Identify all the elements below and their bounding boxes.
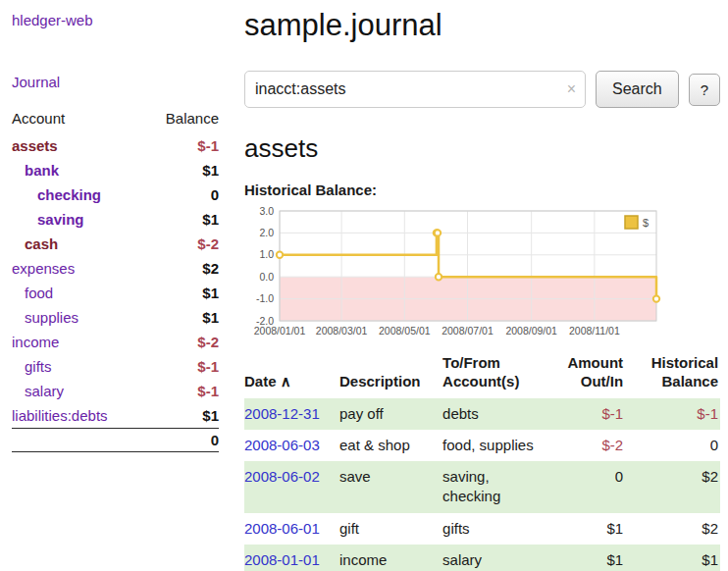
account-balance: $-2 bbox=[145, 232, 219, 256]
historical-balance-chart: 3.02.01.00.0-1.0-2.02008/01/012008/03/01… bbox=[244, 203, 672, 340]
register-row: 2008-06-02savesaving, checking0$2 bbox=[244, 461, 720, 513]
transaction-amount: $-2 bbox=[551, 430, 631, 461]
svg-text:-1.0: -1.0 bbox=[256, 292, 274, 304]
svg-text:1.0: 1.0 bbox=[259, 248, 274, 260]
clear-search-icon[interactable]: × bbox=[567, 81, 576, 97]
transaction-date-cell: 2008-06-01 bbox=[244, 513, 339, 545]
account-row: salary$-1 bbox=[12, 379, 219, 403]
account-link[interactable]: salary bbox=[25, 383, 64, 399]
transaction-date-cell: 2008-12-31 bbox=[244, 398, 339, 430]
register-row: 2008-06-03eat & shopfood, supplies$-20 bbox=[244, 430, 720, 461]
account-balance: $1 bbox=[145, 207, 219, 232]
accounts-table: Account Balance assets$-1bank$1checking0… bbox=[12, 106, 219, 452]
register-row: 2008-01-01incomesalary$1$1 bbox=[244, 545, 720, 571]
transaction-accounts: food, supplies bbox=[442, 430, 551, 461]
account-row: food$1 bbox=[12, 281, 219, 305]
transaction-balance: $1 bbox=[631, 545, 720, 571]
accounts-total-spacer bbox=[12, 429, 145, 452]
transaction-amount: 0 bbox=[551, 461, 631, 513]
accounts-header-row: Account Balance bbox=[12, 106, 219, 133]
account-row: gifts$-1 bbox=[12, 354, 219, 379]
account-row: bank$1 bbox=[12, 158, 219, 182]
account-balance: $-1 bbox=[145, 133, 219, 158]
transaction-date-link[interactable]: 2008-12-31 bbox=[244, 405, 320, 422]
account-balance: $2 bbox=[145, 256, 219, 281]
svg-text:$: $ bbox=[643, 217, 649, 229]
transaction-description: gift bbox=[339, 513, 442, 545]
transaction-date-link[interactable]: 2008-06-02 bbox=[244, 468, 320, 485]
account-link[interactable]: checking bbox=[37, 186, 101, 203]
register-row: 2008-12-31pay offdebts$-1$-1 bbox=[244, 398, 720, 430]
search-input[interactable] bbox=[244, 71, 586, 108]
account-balance: $1 bbox=[145, 403, 219, 429]
account-link[interactable]: assets bbox=[12, 137, 58, 154]
account-link[interactable]: liabilities:debts bbox=[12, 407, 108, 424]
account-balance: $-1 bbox=[145, 379, 219, 403]
search-bar: × Search ? bbox=[244, 71, 720, 108]
transaction-balance: 0 bbox=[631, 430, 720, 461]
transaction-date-link[interactable]: 2008-01-01 bbox=[244, 551, 320, 568]
account-balance: 0 bbox=[145, 182, 219, 207]
journal-nav-link[interactable]: Journal bbox=[12, 74, 219, 90]
svg-text:2.0: 2.0 bbox=[259, 227, 274, 238]
transaction-amount: $-1 bbox=[551, 398, 631, 430]
account-link[interactable]: supplies bbox=[25, 309, 78, 326]
sort-ascending-icon: ∧ bbox=[277, 373, 291, 389]
account-row: income$-2 bbox=[12, 330, 219, 354]
account-link[interactable]: income bbox=[12, 334, 59, 350]
account-row: cash$-2 bbox=[12, 232, 219, 256]
transaction-amount: $1 bbox=[551, 545, 631, 571]
accounts-total-row: 0 bbox=[12, 429, 219, 452]
main-content: sample.journal × Search ? assets Histori… bbox=[233, 0, 728, 571]
account-link[interactable]: gifts bbox=[25, 358, 52, 375]
app-title-link[interactable]: hledger-web bbox=[12, 12, 219, 28]
svg-text:2008/01/01: 2008/01/01 bbox=[254, 325, 306, 337]
transaction-accounts: gifts bbox=[442, 513, 551, 545]
page-title: sample.journal bbox=[244, 8, 720, 43]
register-row: 2008-06-01giftgifts$1$2 bbox=[244, 513, 720, 545]
svg-text:0.0: 0.0 bbox=[259, 271, 274, 283]
account-row: supplies$1 bbox=[12, 305, 219, 330]
register-header-tofrom: To/FromAccount(s) bbox=[442, 352, 551, 398]
account-column-header: Account bbox=[12, 106, 145, 133]
transaction-date-cell: 2008-01-01 bbox=[244, 545, 339, 571]
svg-text:3.0: 3.0 bbox=[259, 205, 274, 217]
account-row: assets$-1 bbox=[12, 133, 219, 158]
transaction-description: income bbox=[339, 545, 442, 571]
transaction-description: eat & shop bbox=[339, 430, 442, 461]
account-link[interactable]: expenses bbox=[12, 260, 75, 277]
svg-text:2008/03/01: 2008/03/01 bbox=[316, 325, 368, 337]
transaction-balance: $2 bbox=[631, 513, 720, 545]
search-box: × bbox=[244, 71, 586, 108]
transaction-accounts: salary bbox=[442, 545, 551, 571]
register-header-row: Date ∧DescriptionTo/FromAccount(s)Amount… bbox=[244, 352, 720, 398]
transaction-amount: $1 bbox=[551, 513, 631, 545]
help-button[interactable]: ? bbox=[689, 74, 720, 106]
transaction-description: pay off bbox=[339, 398, 442, 430]
transaction-balance: $-1 bbox=[631, 398, 720, 430]
transaction-date-link[interactable]: 2008-06-01 bbox=[244, 520, 320, 537]
account-link[interactable]: saving bbox=[37, 211, 84, 228]
transaction-balance: $2 bbox=[631, 461, 720, 513]
account-row: saving$1 bbox=[12, 207, 219, 232]
register-header-date[interactable]: Date ∧ bbox=[244, 352, 339, 398]
balance-column-header: Balance bbox=[145, 106, 219, 133]
account-balance: $-1 bbox=[145, 354, 219, 379]
account-row: liabilities:debts$1 bbox=[12, 403, 219, 429]
account-link[interactable]: bank bbox=[25, 162, 59, 179]
register-header-historical: HistoricalBalance bbox=[631, 352, 720, 398]
transaction-date-cell: 2008-06-02 bbox=[244, 461, 339, 513]
account-heading: assets bbox=[244, 133, 720, 164]
account-row: expenses$2 bbox=[12, 256, 219, 281]
register-table: Date ∧DescriptionTo/FromAccount(s)Amount… bbox=[244, 352, 720, 571]
register-header-amount: AmountOut/In bbox=[551, 352, 631, 398]
account-link[interactable]: cash bbox=[25, 235, 58, 252]
transaction-accounts: debts bbox=[442, 398, 551, 430]
svg-text:2008/09/01: 2008/09/01 bbox=[505, 325, 557, 337]
search-button[interactable]: Search bbox=[596, 71, 679, 108]
accounts-total-value: 0 bbox=[145, 429, 219, 452]
account-balance: $-2 bbox=[145, 330, 219, 354]
sidebar: hledger-web Journal Account Balance asse… bbox=[0, 0, 233, 571]
transaction-date-link[interactable]: 2008-06-03 bbox=[244, 437, 320, 453]
account-link[interactable]: food bbox=[25, 285, 53, 301]
